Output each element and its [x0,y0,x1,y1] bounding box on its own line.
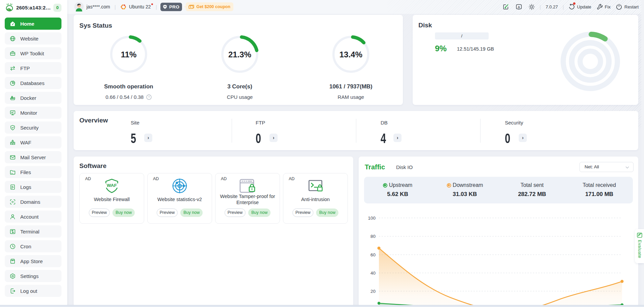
svg-text:WAF: WAF [107,183,117,188]
svg-text:100: 100 [368,216,376,221]
svg-text:80: 80 [370,234,376,239]
svg-text:40: 40 [370,271,376,276]
svg-text:A: A [518,5,520,8]
svg-text:?: ? [148,95,150,99]
svg-text:60: 60 [370,252,376,257]
svg-text:20: 20 [370,289,376,294]
